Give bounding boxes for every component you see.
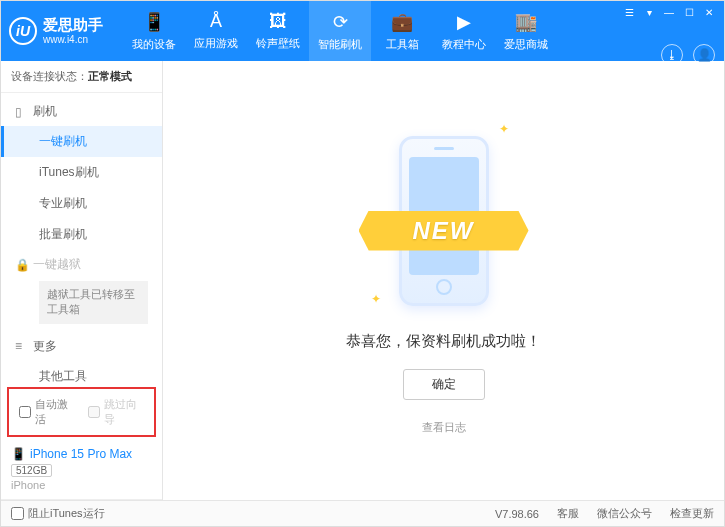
- checkbox-label: 自动激活: [35, 397, 76, 427]
- flash-icon: ⟳: [333, 11, 348, 33]
- device-icon: 📱: [143, 11, 165, 33]
- device-type: iPhone: [11, 479, 152, 491]
- phone-icon: ▯: [15, 105, 27, 119]
- nav-label: 爱思商城: [504, 37, 548, 52]
- menu-icon[interactable]: ☰: [622, 5, 636, 19]
- device-name-text: iPhone 15 Pro Max: [30, 447, 132, 461]
- version-label: V7.98.66: [495, 508, 539, 520]
- confirm-button[interactable]: 确定: [403, 369, 485, 400]
- skip-guide-input: [88, 406, 100, 418]
- nav-smart-flash[interactable]: ⟳ 智能刷机: [309, 1, 371, 61]
- status-value: 正常模式: [88, 70, 132, 82]
- menu-batch-flash[interactable]: 批量刷机: [1, 219, 162, 250]
- menu-group-more[interactable]: ≡ 更多: [1, 332, 162, 361]
- top-nav: 📱 我的设备 Å 应用游戏 🖼 铃声壁纸 ⟳ 智能刷机 💼 工具箱 ▶ 教程中心…: [123, 1, 622, 61]
- list-icon: ≡: [15, 339, 27, 353]
- main-content: NEW ✦ ✦ 恭喜您，保资料刷机成功啦！ 确定 查看日志: [163, 61, 724, 500]
- sidebar: 设备连接状态：正常模式 ▯ 刷机 一键刷机 iTunes刷机 专业刷机 批量刷机…: [1, 61, 163, 500]
- app-title: 爱思助手: [43, 17, 103, 34]
- footer: 阻止iTunes运行 V7.98.66 客服 微信公众号 检查更新: [1, 500, 724, 526]
- footer-wechat[interactable]: 微信公众号: [597, 506, 652, 521]
- image-icon: 🖼: [269, 11, 287, 32]
- nav-label: 应用游戏: [194, 36, 238, 51]
- menu-itunes-flash[interactable]: iTunes刷机: [1, 157, 162, 188]
- app-logo: iU 爱思助手 www.i4.cn: [9, 17, 103, 45]
- connection-status: 设备连接状态：正常模式: [1, 61, 162, 93]
- skip-guide-checkbox[interactable]: 跳过向导: [88, 397, 145, 427]
- block-itunes-input[interactable]: [11, 507, 24, 520]
- nav-label: 我的设备: [132, 37, 176, 52]
- menu-group-jailbreak: 🔒 一键越狱: [1, 250, 162, 279]
- nav-label: 工具箱: [386, 37, 419, 52]
- jailbreak-note: 越狱工具已转移至工具箱: [39, 281, 148, 324]
- menu-other-tools[interactable]: 其他工具: [1, 361, 162, 383]
- logo-icon: iU: [9, 17, 37, 45]
- status-label: 设备连接状态：: [11, 70, 88, 82]
- menu-pro-flash[interactable]: 专业刷机: [1, 188, 162, 219]
- block-itunes-checkbox[interactable]: 阻止iTunes运行: [11, 506, 105, 521]
- checkbox-label: 阻止iTunes运行: [28, 506, 105, 521]
- new-ribbon: NEW: [359, 211, 529, 251]
- success-message: 恭喜您，保资料刷机成功啦！: [346, 332, 541, 351]
- nav-tutorials[interactable]: ▶ 教程中心: [433, 1, 495, 61]
- app-url: www.i4.cn: [43, 34, 103, 45]
- view-log-link[interactable]: 查看日志: [422, 420, 466, 435]
- close-icon[interactable]: ✕: [702, 5, 716, 19]
- titlebar: iU 爱思助手 www.i4.cn 📱 我的设备 Å 应用游戏 🖼 铃声壁纸 ⟳…: [1, 1, 724, 61]
- dropdown-icon[interactable]: ▾: [642, 5, 656, 19]
- device-storage: 512GB: [11, 464, 52, 477]
- book-icon: ▶: [457, 11, 471, 33]
- nav-ringtones[interactable]: 🖼 铃声壁纸: [247, 1, 309, 61]
- menu-group-label: 一键越狱: [33, 256, 81, 273]
- auto-activate-input[interactable]: [19, 406, 31, 418]
- nav-toolbox[interactable]: 💼 工具箱: [371, 1, 433, 61]
- nav-store[interactable]: 🏬 爱思商城: [495, 1, 557, 61]
- minimize-icon[interactable]: —: [662, 5, 676, 19]
- nav-label: 铃声壁纸: [256, 36, 300, 51]
- sparkle-icon: ✦: [499, 122, 509, 136]
- lock-icon: 🔒: [15, 258, 27, 272]
- sparkle-icon: ✦: [371, 292, 381, 306]
- menu-oneclick-flash[interactable]: 一键刷机: [1, 126, 162, 157]
- highlighted-options: 自动激活 跳过向导: [7, 387, 156, 437]
- store-icon: 🏬: [515, 11, 537, 33]
- auto-activate-checkbox[interactable]: 自动激活: [19, 397, 76, 427]
- menu-group-label: 更多: [33, 338, 57, 355]
- sidebar-menu: ▯ 刷机 一键刷机 iTunes刷机 专业刷机 批量刷机 🔒 一键越狱 越狱工具…: [1, 93, 162, 383]
- nav-apps[interactable]: Å 应用游戏: [185, 1, 247, 61]
- nav-label: 智能刷机: [318, 37, 362, 52]
- phone-icon: 📱: [11, 447, 26, 461]
- apps-icon: Å: [210, 11, 222, 32]
- footer-update[interactable]: 检查更新: [670, 506, 714, 521]
- menu-group-label: 刷机: [33, 103, 57, 120]
- nav-my-device[interactable]: 📱 我的设备: [123, 1, 185, 61]
- checkbox-label: 跳过向导: [104, 397, 145, 427]
- toolbox-icon: 💼: [391, 11, 413, 33]
- nav-label: 教程中心: [442, 37, 486, 52]
- menu-group-flash[interactable]: ▯ 刷机: [1, 97, 162, 126]
- success-illustration: NEW ✦ ✦: [389, 126, 499, 316]
- device-name: 📱 iPhone 15 Pro Max: [11, 447, 152, 461]
- device-info[interactable]: 📱 iPhone 15 Pro Max 512GB iPhone: [1, 441, 162, 500]
- maximize-icon[interactable]: ☐: [682, 5, 696, 19]
- footer-support[interactable]: 客服: [557, 506, 579, 521]
